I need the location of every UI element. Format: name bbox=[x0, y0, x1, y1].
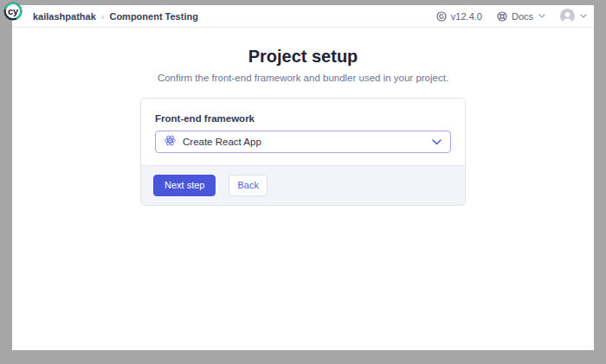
framework-label: Front-end framework bbox=[155, 113, 451, 124]
page-title: Project setup bbox=[12, 47, 594, 66]
desktop-background: cy kailashpathak › Component Testing bbox=[0, 0, 606, 364]
version-badge[interactable]: v12.4.0 bbox=[436, 11, 482, 22]
avatar bbox=[560, 9, 575, 23]
docs-icon bbox=[497, 11, 507, 22]
main-content: Project setup Confirm the front-end fram… bbox=[12, 47, 594, 206]
page-subtitle: Confirm the front-end framework and bund… bbox=[12, 73, 594, 83]
svg-text:cy: cy bbox=[8, 6, 19, 16]
navbar-right: v12.4.0 Docs bbox=[436, 9, 587, 23]
breadcrumb-project[interactable]: kailashpathak bbox=[33, 11, 96, 22]
breadcrumb: kailashpathak › Component Testing bbox=[33, 11, 198, 22]
back-button[interactable]: Back bbox=[229, 175, 267, 196]
version-label: v12.4.0 bbox=[451, 11, 482, 22]
chevron-down-icon bbox=[432, 139, 442, 145]
card-footer: Next step Back bbox=[141, 165, 465, 205]
card-body: Front-end framework Create React App bbox=[141, 99, 465, 165]
app-window: cy kailashpathak › Component Testing bbox=[12, 5, 594, 350]
chevron-down-icon bbox=[538, 14, 545, 18]
user-menu[interactable] bbox=[560, 9, 587, 23]
docs-label: Docs bbox=[512, 11, 533, 22]
next-step-button[interactable]: Next step bbox=[153, 175, 216, 196]
project-setup-card: Front-end framework Create React App bbox=[140, 98, 466, 206]
cypress-logo[interactable]: cy bbox=[3, 2, 23, 21]
framework-select-value: Create React App bbox=[183, 137, 261, 147]
top-navbar: cy kailashpathak › Component Testing bbox=[12, 5, 594, 28]
version-update-icon bbox=[436, 11, 447, 22]
chevron-down-icon bbox=[580, 14, 587, 18]
breadcrumb-separator-icon: › bbox=[101, 11, 105, 22]
react-icon bbox=[164, 134, 176, 150]
docs-menu[interactable]: Docs bbox=[497, 11, 545, 22]
framework-select[interactable]: Create React App bbox=[155, 131, 451, 153]
breadcrumb-page: Component Testing bbox=[109, 11, 197, 22]
